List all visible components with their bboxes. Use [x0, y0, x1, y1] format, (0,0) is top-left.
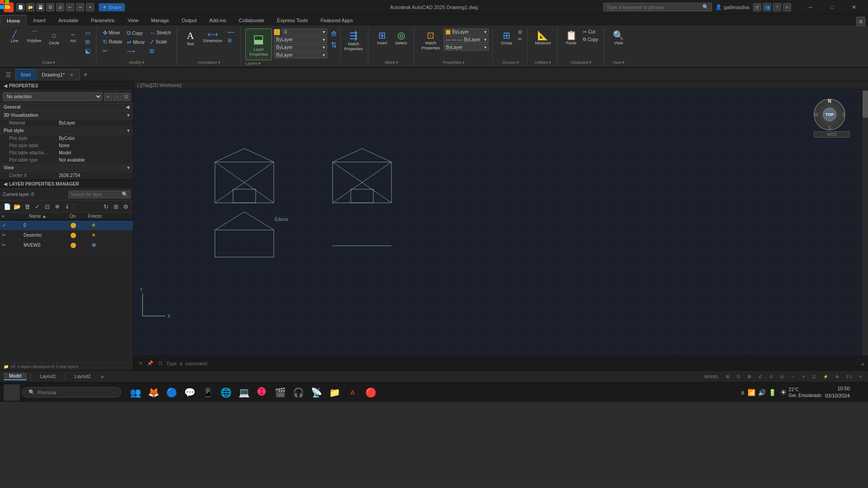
tab-addins[interactable]: Add-ins	[203, 15, 233, 26]
menu-icon[interactable]: ≡	[783, 3, 791, 11]
line-btn[interactable]: ╱ Line	[5, 29, 24, 45]
layer-row-0[interactable]: ✓ 0 ☀	[0, 220, 133, 230]
groups-group-label[interactable]: Groups ▾	[502, 60, 519, 65]
redo-btn[interactable]: ↪	[76, 3, 84, 11]
tab-express[interactable]: Express Tools	[271, 15, 314, 26]
mirror-btn[interactable]: ⇌ Mirror	[125, 38, 147, 47]
cut-btn[interactable]: ✂ Cut	[581, 29, 600, 35]
customize-status-btn[interactable]: ≡	[857, 374, 864, 379]
tab-manage[interactable]: Manage	[145, 15, 176, 26]
tray-battery[interactable]: 🔋	[768, 389, 776, 396]
taskbar-search[interactable]: 🔍 Procurar	[22, 387, 121, 397]
col-name-header[interactable]: Name ▲	[29, 214, 70, 219]
utilities-group-label[interactable]: Utilities ▾	[535, 60, 551, 65]
maximize-btn[interactable]: □	[822, 0, 843, 14]
tab-output[interactable]: Output	[176, 15, 203, 26]
taskbar-netflix[interactable]: 🎬	[272, 384, 289, 401]
extend-btn[interactable]: ⟶	[125, 47, 147, 56]
minimize-btn[interactable]: ─	[800, 0, 821, 14]
save-btn[interactable]: 💾	[36, 3, 44, 11]
transparency-btn[interactable]: ◫	[809, 374, 819, 379]
tab-collaborate[interactable]: Collaborate	[233, 15, 271, 26]
linetype-dropdown[interactable]: ByLayer ▾	[274, 36, 327, 43]
properties-group-label[interactable]: Properties ▾	[443, 60, 465, 65]
command-input[interactable]	[166, 361, 858, 366]
taskbar-vscode[interactable]: 💻	[235, 384, 253, 401]
cmd-x-btn[interactable]: ✕	[136, 359, 144, 368]
layer-color-swatch[interactable]	[274, 29, 280, 35]
merge-layer-btn[interactable]: ⇓	[62, 202, 72, 211]
hatch-btn[interactable]: ⊞	[83, 38, 92, 46]
annotation-group-label[interactable]: Annotation ▾	[198, 60, 220, 65]
taskbar-folder[interactable]: 📁	[326, 384, 343, 401]
lineweight2-dropdown[interactable]: ByLayer ▾	[444, 44, 489, 51]
modify-group-label[interactable]: Modify ▾	[129, 60, 144, 65]
tray-up-arrow[interactable]: ∧	[740, 389, 745, 396]
weather-widget[interactable]: ☀ 21°C Ger. Ensolarado	[780, 387, 821, 398]
layer-mvews-on[interactable]	[64, 243, 82, 248]
arc-btn[interactable]: ⌢ Arc	[64, 29, 82, 45]
taskbar-firefox[interactable]: 🦊	[145, 384, 162, 401]
block-group-label[interactable]: Block ▾	[385, 60, 398, 65]
group-btn[interactable]: ⊞ Group	[497, 29, 515, 47]
layout2-tab[interactable]: Layout2	[69, 373, 96, 380]
snap-btn[interactable]: ⊡	[734, 374, 743, 379]
close-btn[interactable]: ✕	[844, 0, 864, 14]
tab-insert[interactable]: Insert	[27, 15, 52, 26]
match-properties-btn[interactable]: ⇶ MatchProperties	[343, 29, 364, 60]
measure-btn[interactable]: 📐 Measure	[532, 29, 553, 47]
cmd-pin-btn[interactable]: 📌	[146, 359, 154, 368]
layer-select-dropdown[interactable]: 0 ▾	[282, 29, 327, 35]
rotate-btn[interactable]: ↻ Rotate	[101, 38, 124, 46]
sc-btn[interactable]: ⊕	[833, 374, 842, 379]
layer-manager-header[interactable]: ◀ LAYER PROPERTIES MANAGER	[0, 180, 133, 189]
cmd-scroll-up[interactable]: ▲	[860, 361, 865, 366]
print-btn[interactable]: 🖨	[56, 3, 64, 11]
workspace-toggle[interactable]: ⊞	[856, 17, 865, 26]
layer-properties-btn[interactable]: ⬓ LayerProperties	[245, 29, 272, 60]
layer-mvews-freeze[interactable]: ❄	[82, 242, 105, 249]
array-btn[interactable]: ⊞	[148, 47, 173, 55]
paste-btn[interactable]: 📋 Paste	[562, 29, 580, 47]
taskbar-chat[interactable]: 💬	[181, 384, 198, 401]
doc-tab-close[interactable]: ✕	[68, 72, 75, 78]
tab-home[interactable]: Home	[0, 15, 27, 26]
selection-filter-btn[interactable]: ⊡	[122, 93, 130, 101]
3d-osnap-btn[interactable]: ◎	[777, 374, 787, 379]
layer-desenho-on[interactable]	[64, 233, 82, 238]
model-tab[interactable]: Model	[4, 373, 27, 380]
properties-header[interactable]: ◀ PROPERTIES	[0, 81, 133, 91]
layer-settings-btn[interactable]: ⚙	[121, 202, 130, 211]
layers-group-label[interactable]: Layers ▾	[245, 61, 364, 66]
search-input[interactable]	[606, 5, 702, 10]
taskbar-edge[interactable]: 🌐	[217, 384, 234, 401]
new-layer-btn[interactable]: 📄	[3, 202, 12, 211]
view-group-header[interactable]: View ▾	[0, 164, 133, 172]
custom-qat-btn[interactable]: ▾	[86, 3, 94, 11]
scrollbar-thumb[interactable]	[863, 91, 868, 118]
refresh-btn[interactable]: ↻	[101, 202, 110, 211]
remove-from-selection-btn[interactable]: -	[113, 93, 121, 101]
general-group-header[interactable]: General ◀	[0, 103, 133, 111]
cmd-output-btn[interactable]: ⊡	[156, 359, 164, 368]
taskbar-headphones[interactable]: 🎧	[290, 384, 307, 401]
layer-states-btn[interactable]: ⊡	[43, 202, 52, 211]
undo-btn[interactable]: ↩	[66, 3, 74, 11]
start-tab[interactable]: Start	[15, 69, 36, 81]
taskbar-autocad[interactable]: A	[344, 384, 361, 401]
user-info[interactable]: 👤 gatileiasilva	[715, 4, 749, 10]
scale-btn[interactable]: ⤢ Scale	[148, 38, 173, 46]
view-btn[interactable]: 🔍 View	[610, 29, 628, 47]
view-group-label[interactable]: View ▾	[613, 60, 625, 65]
delete-layer-btn[interactable]: 🗑	[23, 202, 32, 211]
trim-btn[interactable]: ✂	[101, 47, 124, 55]
lineweight-dropdown[interactable]: ByLayer ▾	[274, 44, 327, 51]
share-button[interactable]: ✈ Share	[99, 3, 125, 11]
tab-featured[interactable]: Featured Apps	[314, 15, 359, 26]
viewport-canvas[interactable]: Eduna X Y N S E W TOP	[134, 90, 868, 356]
model-status-btn[interactable]: MODEL	[701, 374, 721, 379]
add-layout-btn[interactable]: +	[98, 372, 107, 381]
circle-btn[interactable]: ○ Circle	[45, 29, 63, 47]
layer-row-desenho[interactable]: ✏ Desenho ☀	[0, 230, 133, 240]
polyline-btn[interactable]: ⌒ Polyline	[24, 29, 44, 45]
